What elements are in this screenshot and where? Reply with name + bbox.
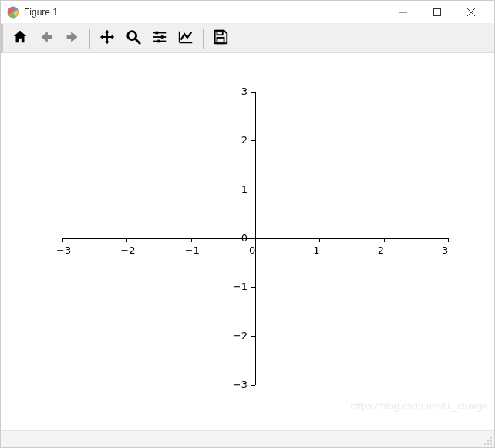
- y-tick: [251, 140, 255, 141]
- y-tick-label: 1: [224, 184, 248, 195]
- y-tick: [251, 385, 255, 386]
- x-tick: [191, 238, 192, 242]
- toolbar-separator: [203, 29, 204, 49]
- minimize-button[interactable]: [386, 1, 420, 24]
- watermark-text: https://blog.csdn.net/IT_charge: [351, 400, 489, 412]
- y-tick-label: −2: [224, 330, 248, 342]
- svg-rect-13: [217, 31, 222, 35]
- svg-rect-12: [157, 40, 160, 43]
- arrow-left-icon: [38, 29, 55, 48]
- home-button[interactable]: [8, 26, 32, 51]
- x-tick: [448, 238, 449, 242]
- zoom-button[interactable]: [121, 26, 146, 51]
- x-tick-label: −2: [120, 244, 135, 256]
- save-icon: [212, 29, 229, 48]
- x-tick-label: −1: [185, 244, 200, 256]
- move-icon: [99, 29, 116, 48]
- arrow-right-icon: [64, 29, 81, 48]
- home-icon: [12, 29, 29, 48]
- x-tick: [319, 238, 320, 242]
- svg-point-20: [490, 443, 492, 445]
- svg-rect-14: [217, 38, 224, 43]
- status-bar: [1, 430, 494, 447]
- resize-grip-icon[interactable]: [483, 436, 493, 446]
- x-tick-label: 3: [442, 244, 448, 256]
- x-tick-label: 0: [249, 244, 255, 256]
- x-tick: [255, 238, 256, 242]
- zoom-icon: [125, 29, 142, 48]
- y-tick-label: −1: [224, 281, 248, 292]
- y-tick: [251, 238, 255, 239]
- y-tick: [251, 190, 255, 190]
- x-tick: [62, 238, 63, 242]
- x-tick-label: 2: [378, 244, 384, 256]
- y-tick-label: 2: [224, 134, 248, 146]
- configure-subplots-button[interactable]: [147, 26, 172, 51]
- axes: −3−2−10123−3−2−10123: [62, 92, 448, 385]
- y-tick: [251, 287, 255, 288]
- svg-line-6: [136, 39, 140, 44]
- sliders-icon: [151, 29, 168, 48]
- x-tick-label: 1: [313, 244, 319, 256]
- save-button[interactable]: [208, 26, 233, 51]
- y-tick-label: 3: [224, 86, 248, 97]
- svg-rect-10: [161, 35, 164, 39]
- svg-point-16: [487, 440, 489, 442]
- edit-axes-button[interactable]: [173, 26, 198, 51]
- figure-canvas[interactable]: −3−2−10123−3−2−10123 https://blog.csdn.n…: [1, 53, 494, 430]
- chart-line-icon: [177, 29, 194, 48]
- y-tick-label: −3: [224, 379, 248, 390]
- x-tick-label: −3: [56, 244, 71, 256]
- x-tick: [384, 238, 385, 242]
- svg-point-15: [490, 437, 492, 439]
- close-button[interactable]: [454, 1, 488, 24]
- window-titlebar: Figure 1: [1, 1, 494, 24]
- back-button[interactable]: [34, 26, 59, 51]
- pan-button[interactable]: [95, 26, 120, 51]
- y-tick-label: 0: [224, 232, 248, 244]
- svg-point-18: [484, 443, 486, 445]
- svg-point-19: [487, 443, 489, 445]
- svg-rect-8: [156, 32, 159, 35]
- toolbar-separator: [89, 29, 90, 49]
- svg-point-17: [490, 440, 492, 442]
- svg-rect-2: [434, 8, 441, 15]
- y-tick: [251, 336, 255, 337]
- window-title: Figure 1: [24, 7, 58, 18]
- maximize-button[interactable]: [420, 1, 454, 24]
- forward-button[interactable]: [60, 26, 85, 51]
- app-icon: [7, 6, 19, 19]
- x-tick: [126, 238, 127, 242]
- y-tick: [251, 92, 255, 93]
- matplotlib-toolbar: [1, 24, 494, 53]
